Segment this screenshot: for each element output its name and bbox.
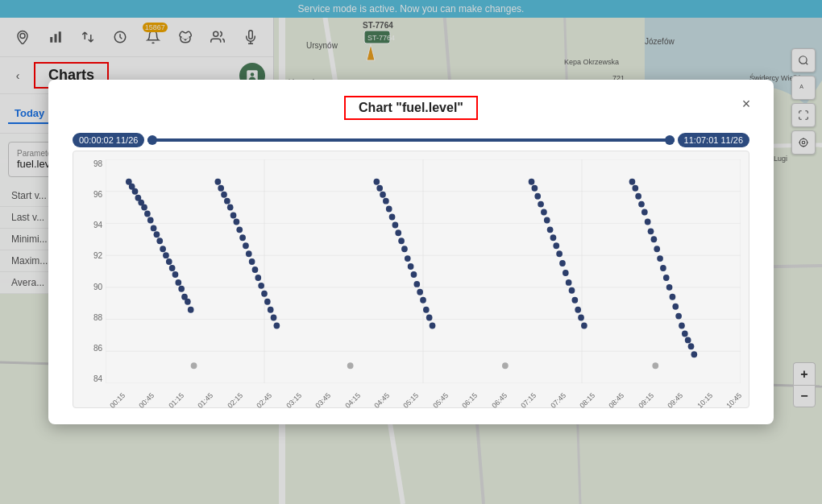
svg-point-111 <box>383 198 389 204</box>
svg-point-80 <box>172 271 179 278</box>
x-label-1045: 10:45 <box>724 391 743 410</box>
svg-point-76 <box>160 246 166 252</box>
svg-point-104 <box>268 307 274 313</box>
svg-point-121 <box>413 281 420 287</box>
svg-point-67 <box>132 188 139 195</box>
svg-point-158 <box>663 275 670 281</box>
x-label-0015: 00:15 <box>108 391 127 410</box>
svg-point-84 <box>185 299 191 305</box>
svg-point-123 <box>420 297 426 304</box>
svg-point-103 <box>264 299 271 305</box>
svg-point-74 <box>154 231 160 238</box>
svg-point-113 <box>389 214 396 221</box>
svg-point-141 <box>569 287 575 294</box>
svg-point-79 <box>169 265 176 271</box>
range-handle-right[interactable] <box>665 135 675 145</box>
y-label-94: 94 <box>93 221 102 229</box>
svg-point-117 <box>401 246 408 252</box>
y-label-84: 84 <box>93 374 102 383</box>
svg-point-157 <box>660 265 666 271</box>
x-label-0445: 04:45 <box>372 391 391 410</box>
svg-point-132 <box>541 209 547 216</box>
svg-point-154 <box>651 236 658 242</box>
svg-point-97 <box>246 250 252 257</box>
modal-title-bar: Chart "fuel.level" × <box>64 96 758 120</box>
svg-point-85 <box>188 307 194 313</box>
svg-point-135 <box>550 234 557 241</box>
svg-point-145 <box>581 323 587 329</box>
svg-point-147 <box>629 179 636 185</box>
x-label-1015: 10:15 <box>695 391 714 410</box>
y-label-90: 90 <box>93 283 102 291</box>
y-label-86: 86 <box>93 344 102 353</box>
svg-point-118 <box>405 255 411 262</box>
svg-point-152 <box>645 218 651 225</box>
svg-point-88 <box>218 185 224 192</box>
svg-point-71 <box>144 211 151 217</box>
svg-point-89 <box>221 192 227 198</box>
svg-point-133 <box>544 217 550 223</box>
svg-point-77 <box>163 252 169 258</box>
svg-point-144 <box>578 315 584 321</box>
svg-point-140 <box>566 279 572 286</box>
svg-point-122 <box>417 289 423 295</box>
svg-point-72 <box>147 217 154 223</box>
svg-point-116 <box>398 238 405 244</box>
svg-point-93 <box>234 218 240 225</box>
x-label-0415: 04:15 <box>343 391 362 410</box>
svg-point-112 <box>386 206 392 213</box>
x-label-0715: 07:15 <box>519 391 538 410</box>
svg-point-92 <box>230 213 237 219</box>
svg-point-106 <box>274 323 280 329</box>
modal-close-button[interactable]: × <box>735 93 758 115</box>
svg-point-142 <box>572 297 579 304</box>
svg-point-73 <box>151 225 157 231</box>
x-label-0345: 03:45 <box>313 391 332 410</box>
x-label-0945: 09:45 <box>666 391 685 410</box>
svg-point-127 <box>502 362 509 369</box>
svg-point-82 <box>178 286 185 292</box>
svg-point-149 <box>635 193 641 200</box>
x-label-0545: 05:45 <box>431 391 450 410</box>
svg-point-148 <box>632 185 638 192</box>
x-label-0215: 02:15 <box>226 391 244 410</box>
range-handle-left[interactable] <box>147 135 157 145</box>
svg-point-90 <box>224 198 230 204</box>
x-label-0815: 08:15 <box>578 391 596 410</box>
svg-point-153 <box>648 228 654 234</box>
x-label-0615: 06:15 <box>461 391 480 410</box>
svg-point-161 <box>672 304 679 310</box>
modal-title: Chart "fuel.level" <box>344 96 478 120</box>
x-label-0245: 02:45 <box>255 391 273 410</box>
svg-point-146 <box>652 362 658 369</box>
svg-point-151 <box>641 209 648 216</box>
svg-point-108 <box>373 179 380 185</box>
svg-point-96 <box>243 242 249 249</box>
x-label-0845: 08:45 <box>608 391 626 410</box>
svg-point-160 <box>670 294 676 300</box>
range-start-label: 00:00:02 11/26 <box>73 133 144 147</box>
chart-modal: Chart "fuel.level" × 00:00:02 11/26 11:0… <box>48 80 774 424</box>
svg-point-134 <box>547 226 554 233</box>
x-label-0915: 09:15 <box>637 391 655 410</box>
svg-point-95 <box>239 234 246 241</box>
svg-point-120 <box>411 271 417 278</box>
y-label-88: 88 <box>93 313 102 322</box>
svg-point-81 <box>175 279 181 286</box>
svg-point-109 <box>376 185 383 192</box>
svg-point-159 <box>666 284 673 291</box>
svg-point-102 <box>261 291 268 297</box>
y-label-96: 96 <box>93 190 102 199</box>
svg-point-78 <box>166 258 172 265</box>
svg-point-119 <box>408 263 414 270</box>
svg-point-94 <box>236 226 243 233</box>
svg-point-98 <box>249 258 255 265</box>
svg-point-129 <box>532 185 538 192</box>
range-line[interactable] <box>147 138 674 142</box>
svg-point-139 <box>563 270 569 276</box>
svg-point-87 <box>214 179 221 185</box>
svg-point-162 <box>675 313 682 320</box>
svg-point-115 <box>395 229 401 236</box>
svg-point-131 <box>538 201 544 208</box>
chart-area: 98 96 94 92 90 88 86 84 <box>73 151 749 408</box>
